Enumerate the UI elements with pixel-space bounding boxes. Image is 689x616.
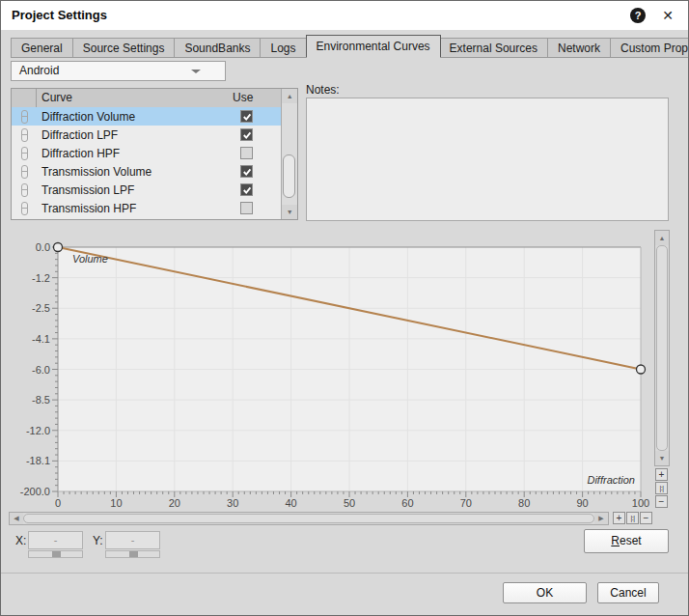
- scrollbar-thumb[interactable]: [656, 245, 668, 451]
- svg-text:40: 40: [285, 497, 296, 509]
- table-body: Diffraction VolumeDiffraction LPFDiffrac…: [12, 107, 281, 217]
- column-header-icon: [12, 89, 37, 107]
- table-row[interactable]: Diffraction LPF: [12, 126, 281, 144]
- scrollbar-thumb[interactable]: [283, 154, 295, 198]
- svg-text:0: 0: [55, 497, 61, 509]
- notes-textarea[interactable]: [306, 98, 669, 221]
- graph-vertical-scrollbar[interactable]: ▲ ▼: [654, 230, 670, 466]
- use-checkbox[interactable]: [240, 165, 253, 178]
- curve-handle-icon: [21, 183, 28, 197]
- scroll-left-arrow-icon[interactable]: ◀: [10, 513, 23, 524]
- reset-button-accelerator: R: [611, 534, 620, 547]
- slider-thumb: [129, 551, 138, 557]
- curve-point[interactable]: [637, 365, 646, 374]
- ok-button[interactable]: OK: [503, 582, 587, 603]
- curve-name: Diffraction LPF: [37, 128, 233, 142]
- graph-horizontal-scrollbar[interactable]: ◀ ▶: [9, 512, 609, 525]
- curve-name: Diffraction HPF: [37, 147, 233, 160]
- use-cell: [233, 110, 281, 123]
- notes-label: Notes:: [306, 83, 340, 97]
- curve-editor[interactable]: 01020304050607080901000.0-1.2-2.5-4.1-6.…: [9, 231, 649, 515]
- chevron-down-icon: [191, 70, 201, 73]
- svg-text:-1.2: -1.2: [32, 272, 50, 284]
- svg-text:-6.0: -6.0: [32, 364, 50, 376]
- curve-name: Transmission HPF: [37, 202, 233, 215]
- zoom-reset-button-horizontal[interactable]: |:|: [626, 512, 639, 524]
- svg-text:90: 90: [576, 497, 588, 509]
- scrollbar-thumb[interactable]: [23, 514, 594, 523]
- column-header-use[interactable]: Use: [233, 89, 281, 107]
- curve-point[interactable]: [54, 243, 63, 252]
- x-axis-label: Diffraction: [587, 474, 635, 486]
- zoom-in-button[interactable]: +: [655, 468, 668, 481]
- slider-thumb: [52, 551, 61, 557]
- svg-text:80: 80: [518, 497, 530, 509]
- curve-editor-canvas[interactable]: 01020304050607080901000.0-1.2-2.5-4.1-6.…: [9, 231, 649, 515]
- table-row[interactable]: Diffraction Volume: [12, 107, 281, 126]
- platform-dropdown-value: Android: [19, 64, 59, 77]
- check-icon: [242, 185, 252, 195]
- svg-text:60: 60: [401, 497, 413, 509]
- y-coordinate-slider: [105, 550, 160, 558]
- check-icon: [242, 167, 252, 177]
- svg-text:-12.0: -12.0: [26, 425, 50, 436]
- title-bar: Project Settings ? ✕: [1, 1, 688, 30]
- svg-text:30: 30: [227, 497, 238, 509]
- svg-text:20: 20: [169, 497, 180, 509]
- table-row[interactable]: Transmission Volume: [12, 162, 281, 181]
- use-checkbox[interactable]: [240, 110, 253, 123]
- scroll-down-arrow-icon[interactable]: ▼: [655, 451, 669, 465]
- curve-name: Diffraction Volume: [37, 110, 233, 124]
- curve-handle-icon: [21, 147, 28, 160]
- scroll-right-arrow-icon[interactable]: ▶: [594, 513, 608, 524]
- table-row[interactable]: Diffraction HPF: [12, 144, 281, 162]
- y-coordinate-label: Y:: [93, 534, 103, 547]
- use-checkbox[interactable]: [240, 147, 253, 159]
- svg-text:70: 70: [460, 497, 472, 509]
- table-row[interactable]: Transmission LPF: [12, 181, 281, 199]
- use-checkbox[interactable]: [240, 183, 253, 196]
- x-coordinate-slider: [28, 550, 83, 558]
- table-row[interactable]: Transmission HPF: [12, 199, 281, 217]
- zoom-reset-button[interactable]: |:|: [655, 482, 668, 494]
- project-settings-dialog: Project Settings ? ✕ GeneralSource Setti…: [0, 0, 689, 616]
- use-checkbox[interactable]: [240, 202, 253, 214]
- table-scrollbar[interactable]: ▲ ▼: [281, 89, 297, 219]
- cancel-button[interactable]: Cancel: [597, 582, 659, 603]
- svg-text:-8.5: -8.5: [32, 394, 50, 406]
- curve-handle-icon: [21, 165, 28, 179]
- tab-source-settings[interactable]: Source Settings: [73, 38, 176, 58]
- x-coordinate-label: X:: [15, 534, 26, 547]
- zoom-in-button-horizontal[interactable]: +: [613, 512, 625, 524]
- help-icon[interactable]: ?: [630, 8, 646, 23]
- curve-handle-icon: [21, 128, 28, 142]
- row-icon-cell: [12, 110, 37, 124]
- scroll-up-arrow-icon[interactable]: ▲: [655, 231, 669, 245]
- tab-custom-properties[interactable]: Custom Properties: [611, 38, 689, 58]
- tab-external-sources[interactable]: External Sources: [440, 38, 548, 58]
- zoom-out-button-horizontal[interactable]: −: [640, 512, 652, 524]
- tab-network[interactable]: Network: [548, 38, 611, 58]
- tab-general[interactable]: General: [11, 38, 73, 58]
- zoom-out-button[interactable]: −: [655, 495, 668, 508]
- check-icon: [242, 112, 252, 122]
- curve-handle-icon: [21, 202, 28, 215]
- svg-text:0.0: 0.0: [36, 241, 50, 253]
- use-cell: [233, 165, 281, 178]
- tab-environmental-curves[interactable]: Environmental Curves: [306, 35, 441, 58]
- scroll-down-arrow-icon[interactable]: ▼: [282, 205, 297, 219]
- tab-soundbanks[interactable]: SoundBanks: [175, 38, 261, 58]
- x-coordinate-field: -: [28, 531, 83, 549]
- curve-table: Curve Use Diffraction VolumeDiffraction …: [11, 88, 298, 220]
- reset-button[interactable]: Reset: [584, 529, 669, 553]
- platform-dropdown[interactable]: Android: [11, 61, 226, 81]
- svg-text:-200.0: -200.0: [20, 486, 50, 497]
- svg-text:50: 50: [344, 497, 355, 509]
- tab-bar: GeneralSource SettingsSoundBanksLogsEnvi…: [11, 35, 689, 58]
- close-icon[interactable]: ✕: [659, 7, 676, 24]
- scroll-up-arrow-icon[interactable]: ▲: [282, 89, 297, 103]
- tab-logs[interactable]: Logs: [261, 38, 306, 58]
- window-title: Project Settings: [12, 8, 107, 22]
- column-header-curve[interactable]: Curve: [37, 89, 233, 107]
- use-checkbox[interactable]: [240, 128, 253, 141]
